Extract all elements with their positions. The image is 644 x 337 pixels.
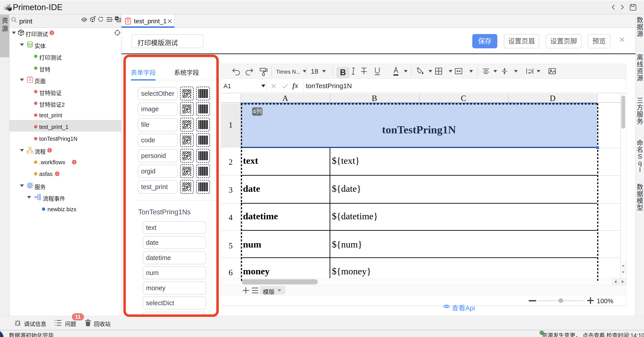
- svg-text:En: En: [116, 17, 118, 20]
- svg-text:AI: AI: [83, 18, 86, 21]
